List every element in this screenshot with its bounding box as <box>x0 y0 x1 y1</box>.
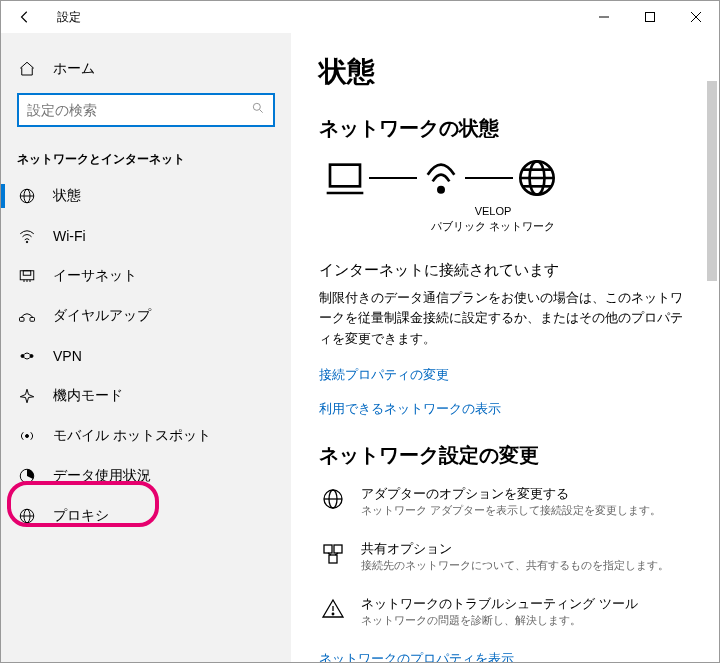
home-button[interactable]: ホーム <box>1 49 291 89</box>
svg-rect-36 <box>334 545 342 553</box>
option-title: 共有オプション <box>361 540 669 558</box>
svg-rect-15 <box>20 318 25 322</box>
datausage-icon <box>17 466 37 486</box>
ethernet-icon <box>17 266 37 286</box>
sidebar-item-wifi[interactable]: Wi-Fi <box>1 216 291 256</box>
option-sharing[interactable]: 共有オプション 接続先のネットワークについて、共有するものを指定します。 <box>319 540 691 573</box>
sidebar-item-label: データ使用状況 <box>53 467 151 485</box>
minimize-button[interactable] <box>581 1 627 33</box>
adapter-icon <box>319 485 347 518</box>
option-sub: 接続先のネットワークについて、共有するものを指定します。 <box>361 558 669 573</box>
sidebar-item-dialup[interactable]: ダイヤルアップ <box>1 296 291 336</box>
sidebar-item-label: 状態 <box>53 187 81 205</box>
svg-line-5 <box>260 110 263 113</box>
sidebar-item-datausage[interactable]: データ使用状況 <box>1 456 291 496</box>
option-title: ネットワークのトラブルシューティング ツール <box>361 595 638 613</box>
vpn-icon <box>17 346 37 366</box>
home-icon <box>17 59 37 79</box>
titlebar: 設定 <box>1 1 719 33</box>
back-button[interactable] <box>9 1 41 33</box>
page-title: 状態 <box>319 53 691 91</box>
home-label: ホーム <box>53 60 95 78</box>
link-connection-properties[interactable]: 接続プロパティの変更 <box>319 366 691 384</box>
search-input[interactable] <box>27 102 251 118</box>
internet-globe-icon <box>517 158 557 198</box>
network-caption: VELOP パブリック ネットワーク <box>413 204 573 234</box>
svg-point-19 <box>26 435 29 438</box>
wifi-icon <box>17 226 37 246</box>
option-adapter[interactable]: アダプターのオプションを変更する ネットワーク アダプターを表示して接続設定を変… <box>319 485 691 518</box>
close-button[interactable] <box>673 1 719 33</box>
sidebar-item-airplane[interactable]: 機内モード <box>1 376 291 416</box>
network-status-heading: ネットワークの状態 <box>319 115 691 142</box>
sidebar-item-label: ダイヤルアップ <box>53 307 151 325</box>
section-header: ネットワークとインターネット <box>1 143 291 176</box>
svg-rect-11 <box>23 271 31 276</box>
svg-point-4 <box>253 103 260 110</box>
scroll-thumb[interactable] <box>707 81 717 281</box>
airplane-icon <box>17 386 37 406</box>
sidebar: ホーム ネットワークとインターネット 状態 Wi-Fi イーサネット ダイヤルア… <box>1 33 291 662</box>
sidebar-item-label: イーサネット <box>53 267 137 285</box>
dialup-icon <box>17 306 37 326</box>
scrollbar[interactable] <box>707 81 717 658</box>
search-icon <box>251 101 265 119</box>
option-troubleshoot[interactable]: ネットワークのトラブルシューティング ツール ネットワークの問題を診断し、解決し… <box>319 595 691 628</box>
option-sub: ネットワークの問題を診断し、解決します。 <box>361 613 638 628</box>
content-area: 状態 ネットワークの状態 VELOP パブリック ネットワーク インターネットに… <box>291 33 719 662</box>
svg-rect-35 <box>324 545 332 553</box>
svg-rect-37 <box>329 555 337 563</box>
sidebar-item-label: VPN <box>53 348 82 364</box>
window-title: 設定 <box>57 9 81 26</box>
link-network-properties[interactable]: ネットワークのプロパティを表示 <box>319 650 691 662</box>
svg-point-41 <box>332 613 334 615</box>
sidebar-item-label: プロキシ <box>53 507 109 525</box>
connected-description: 制限付きのデータ通信プランをお使いの場合は、このネットワークを従量制課金接続に設… <box>319 288 691 350</box>
sidebar-item-vpn[interactable]: VPN <box>1 336 291 376</box>
troubleshoot-icon <box>319 595 347 628</box>
sidebar-item-label: 機内モード <box>53 387 123 405</box>
sidebar-item-status[interactable]: 状態 <box>1 176 291 216</box>
option-title: アダプターのオプションを変更する <box>361 485 661 503</box>
link-available-networks[interactable]: 利用できるネットワークの表示 <box>319 400 691 418</box>
sidebar-item-hotspot[interactable]: モバイル ホットスポット <box>1 416 291 456</box>
hotspot-icon <box>17 426 37 446</box>
pc-icon <box>325 158 365 198</box>
maximize-button[interactable] <box>627 1 673 33</box>
proxy-icon <box>17 506 37 526</box>
network-diagram <box>319 158 691 198</box>
sidebar-item-label: モバイル ホットスポット <box>53 427 211 445</box>
connected-heading: インターネットに接続されています <box>319 258 691 282</box>
sidebar-item-ethernet[interactable]: イーサネット <box>1 256 291 296</box>
option-sub: ネットワーク アダプターを表示して接続設定を変更します。 <box>361 503 661 518</box>
sidebar-item-label: Wi-Fi <box>53 228 86 244</box>
sidebar-item-proxy[interactable]: プロキシ <box>1 496 291 536</box>
svg-rect-24 <box>330 165 360 187</box>
wifi-router-icon <box>421 158 461 198</box>
svg-rect-16 <box>30 318 35 322</box>
svg-point-9 <box>26 241 28 243</box>
svg-point-26 <box>438 187 443 192</box>
change-settings-heading: ネットワーク設定の変更 <box>319 442 691 469</box>
sharing-icon <box>319 540 347 573</box>
search-box[interactable] <box>17 93 275 127</box>
svg-rect-1 <box>646 13 655 22</box>
globe-icon <box>17 186 37 206</box>
